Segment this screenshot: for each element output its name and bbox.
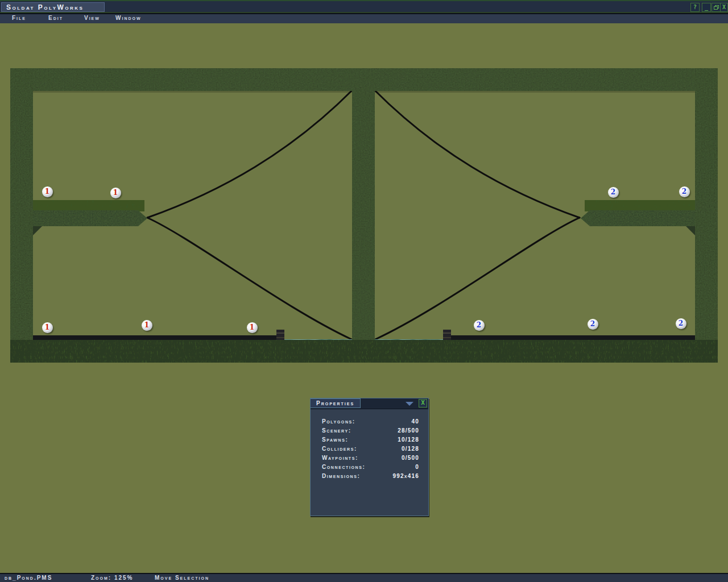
properties-panel: Properties X Polygons: 40 Scenery: 28/50… bbox=[310, 398, 429, 516]
top-border-shadow bbox=[375, 91, 695, 93]
spawn-marker-team2[interactable]: 2 bbox=[679, 186, 690, 197]
properties-panel-title: Properties bbox=[316, 400, 354, 406]
ledge-right bbox=[581, 210, 695, 226]
spawn-marker-team2[interactable]: 2 bbox=[474, 320, 485, 331]
restore-icon bbox=[714, 5, 718, 9]
panel-close-button[interactable]: X bbox=[419, 399, 427, 408]
map-border-bottom bbox=[10, 340, 718, 363]
window-title: Soldat PolyWorks bbox=[6, 3, 84, 11]
property-label: Spawns: bbox=[322, 436, 348, 443]
ledge-grass-left bbox=[33, 200, 144, 211]
property-value: 40 bbox=[411, 418, 419, 425]
menubar: File Edit View Window bbox=[0, 14, 728, 23]
property-value: 992x416 bbox=[393, 473, 419, 479]
status-tool: Move Selection bbox=[155, 575, 209, 581]
spawn-marker-team1[interactable]: 1 bbox=[247, 322, 258, 333]
property-value: 0/500 bbox=[402, 455, 419, 461]
menu-edit[interactable]: Edit bbox=[48, 15, 63, 21]
ledge-grass-right bbox=[585, 200, 695, 211]
title-plate: Soldat PolyWorks bbox=[1, 2, 105, 12]
property-value: 10/128 bbox=[398, 436, 419, 443]
help-button[interactable]: ? bbox=[690, 3, 700, 12]
property-row-scenery: Scenery: 28/500 bbox=[322, 426, 419, 435]
properties-panel-tab[interactable]: Properties bbox=[311, 398, 361, 408]
spawn-marker-team1[interactable]: 1 bbox=[42, 322, 53, 333]
polyworks-window: Soldat PolyWorks ? _ X File Edit View Wi… bbox=[0, 0, 728, 582]
ledge-left bbox=[33, 210, 147, 226]
collapse-icon[interactable] bbox=[406, 402, 413, 406]
close-button[interactable]: X bbox=[720, 3, 728, 12]
spawn-marker-team1[interactable]: 1 bbox=[42, 186, 53, 197]
property-label: Connections: bbox=[322, 464, 365, 470]
property-row-dimensions: Dimensions: 992x416 bbox=[322, 471, 419, 480]
spawn-marker-team2[interactable]: 2 bbox=[588, 319, 598, 330]
spawn-marker-team1[interactable]: 1 bbox=[110, 188, 121, 198]
spawn-marker-team2[interactable]: 2 bbox=[676, 318, 686, 329]
titlebar[interactable]: Soldat PolyWorks ? _ X bbox=[0, 0, 728, 12]
menu-view[interactable]: View bbox=[84, 15, 100, 21]
properties-panel-body: Polygons: 40 Scenery: 28/500 Spawns: 10/… bbox=[311, 409, 428, 480]
menu-window[interactable]: Window bbox=[115, 15, 142, 21]
property-value: 0 bbox=[415, 464, 419, 470]
property-label: Dimensions: bbox=[322, 473, 360, 479]
map-view[interactable] bbox=[10, 68, 718, 363]
property-row-spawns: Spawns: 10/128 bbox=[322, 435, 419, 444]
property-row-waypoints: Waypoints: 0/500 bbox=[322, 453, 419, 462]
top-border-shadow bbox=[33, 91, 352, 93]
minimize-button[interactable]: _ bbox=[702, 3, 711, 12]
property-label: Waypoints: bbox=[322, 455, 358, 461]
property-label: Colliders: bbox=[322, 446, 357, 452]
properties-panel-titlebar[interactable]: Properties X bbox=[311, 398, 428, 409]
property-value: 28/500 bbox=[398, 427, 419, 434]
property-row-connections: Connections: 0 bbox=[322, 462, 419, 471]
spawn-marker-team2[interactable]: 2 bbox=[608, 187, 619, 198]
map-border-right bbox=[695, 68, 718, 363]
menu-file[interactable]: File bbox=[12, 15, 26, 21]
property-value: 0/128 bbox=[402, 446, 419, 452]
spawn-marker-team1[interactable]: 1 bbox=[142, 320, 152, 331]
status-zoom: Zoom: 125% bbox=[91, 575, 134, 581]
property-label: Scenery: bbox=[322, 427, 351, 434]
property-label: Polygons: bbox=[322, 418, 355, 425]
map-center-column bbox=[352, 84, 375, 342]
status-filename: db_Pond.PMS bbox=[5, 575, 52, 581]
map-border-left bbox=[10, 68, 33, 363]
property-row-polygons: Polygons: 40 bbox=[322, 417, 419, 426]
statusbar: db_Pond.PMS Zoom: 125% Move Selection bbox=[0, 573, 728, 582]
restore-button[interactable] bbox=[712, 3, 721, 12]
property-row-colliders: Colliders: 0/128 bbox=[322, 444, 419, 453]
